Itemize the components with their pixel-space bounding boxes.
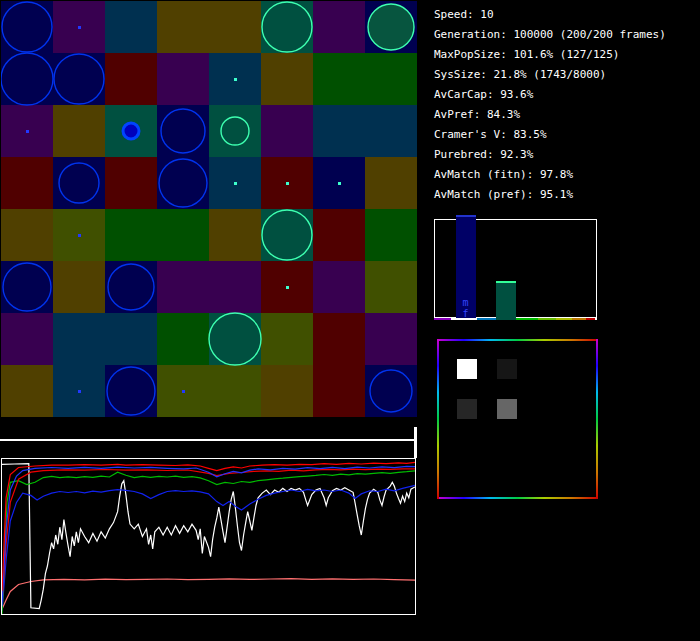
matrix-edge-bottom — [437, 497, 598, 499]
bar-cap — [496, 281, 516, 283]
preference-matrix-panel — [437, 339, 598, 499]
chart-series-ff0000 — [2, 462, 415, 590]
history-line-chart-canvas — [2, 459, 415, 614]
grid-cell — [313, 261, 365, 313]
stat-avmatch-fitn: AvMatch (fitn): 97.8% — [434, 165, 666, 185]
grid-cell — [1, 209, 53, 261]
grid-cell — [157, 1, 209, 53]
chart-series-ee0000 — [2, 469, 415, 602]
hue-axis-strip — [434, 318, 597, 320]
grid-cell — [1, 1, 53, 53]
matrix-cell — [497, 359, 517, 379]
grid-cell — [209, 209, 261, 261]
grid-cell — [261, 365, 313, 417]
grid-cell — [313, 365, 365, 417]
grid-cell — [105, 1, 157, 53]
organism-dot — [286, 182, 289, 185]
organism-dot — [286, 286, 289, 289]
organism-dot — [234, 78, 237, 81]
chart-series-ffffff — [2, 464, 415, 609]
hue-segment — [434, 318, 451, 320]
grid-cell — [365, 365, 417, 417]
grid-cell — [105, 261, 157, 313]
stat-avmatch-pref: AvMatch (pref): 95.1% — [434, 185, 666, 205]
hue-segment — [496, 318, 516, 320]
grid-cell — [365, 209, 417, 261]
population-bar — [496, 281, 516, 318]
grid-cell — [261, 53, 313, 105]
grid-cell — [209, 365, 261, 417]
grid-cell — [209, 105, 261, 157]
grid-cell — [313, 1, 365, 53]
grid-cell — [1, 261, 53, 313]
grid-cell — [157, 105, 209, 157]
male-female-label: m f — [456, 297, 476, 319]
world-grid-canvas — [1, 1, 417, 417]
grid-cell — [261, 313, 313, 365]
matrix-cell — [497, 399, 517, 419]
stat-generation: Generation: 100000 (200/200 frames) — [434, 25, 666, 45]
organism-circle — [368, 4, 414, 50]
organism-dot — [78, 234, 81, 237]
grid-cell — [105, 157, 157, 209]
grid-cell — [313, 53, 365, 105]
hue-segment — [477, 318, 496, 320]
stat-speed: Speed: 10 — [434, 5, 666, 25]
grid-cell — [209, 1, 261, 53]
grid-cell — [105, 209, 157, 261]
organism-dot — [26, 130, 29, 133]
organism-dot — [338, 182, 341, 185]
grid-cell — [105, 53, 157, 105]
matrix-edge-left — [437, 339, 439, 499]
grid-cell — [261, 209, 313, 261]
grid-cell — [157, 209, 209, 261]
grid-cell — [365, 261, 417, 313]
history-line-chart — [1, 458, 416, 615]
hue-segment — [538, 318, 556, 320]
hue-segment — [595, 318, 597, 320]
grid-cell — [365, 313, 417, 365]
stat-syssize: SysSize: 21.8% (1743/8000) — [434, 65, 666, 85]
grid-cell — [365, 105, 417, 157]
grid-cell — [53, 261, 105, 313]
organism-dot — [78, 390, 81, 393]
grid-cell — [1, 365, 53, 417]
stat-maxpopsize: MaxPopSize: 101.6% (127/125) — [434, 45, 666, 65]
organism-dot — [78, 26, 81, 29]
population-bar-chart: m f — [434, 215, 597, 321]
grid-cell — [53, 105, 105, 157]
grid-cell — [261, 105, 313, 157]
grid-cell — [157, 53, 209, 105]
hue-segment — [556, 318, 572, 320]
matrix-cell — [457, 359, 477, 379]
grid-cell — [313, 209, 365, 261]
stat-avcarcap: AvCarCap: 93.6% — [434, 85, 666, 105]
chart-series-ff7070 — [2, 579, 415, 610]
grid-cell — [157, 261, 209, 313]
grid-cell — [313, 313, 365, 365]
chart-series-2233ff — [2, 466, 415, 606]
frame-slider-handle[interactable] — [414, 427, 417, 458]
grid-cell — [365, 157, 417, 209]
hue-segment — [586, 318, 595, 320]
stat-cramers-v: Cramer's V: 83.5% — [434, 125, 666, 145]
grid-cell — [261, 1, 313, 53]
grid-cell — [105, 313, 157, 365]
simulation-window: Speed: 10 Generation: 100000 (200/200 fr… — [0, 0, 700, 641]
hue-segment — [451, 318, 477, 320]
matrix-edge-top — [437, 339, 598, 341]
stat-purebred: Purebred: 92.3% — [434, 145, 666, 165]
grid-cell — [157, 157, 209, 209]
frame-slider-track[interactable] — [0, 439, 415, 441]
grid-cell — [53, 53, 105, 105]
organism-dot — [182, 390, 185, 393]
hue-segment — [516, 318, 538, 320]
grid-cell — [365, 53, 417, 105]
grid-cell — [157, 313, 209, 365]
grid-cell — [53, 157, 105, 209]
bar-cap — [456, 215, 476, 217]
grid-cell — [53, 313, 105, 365]
grid-cell — [1, 157, 53, 209]
organism-dot — [234, 182, 237, 185]
matrix-cell — [457, 399, 477, 419]
